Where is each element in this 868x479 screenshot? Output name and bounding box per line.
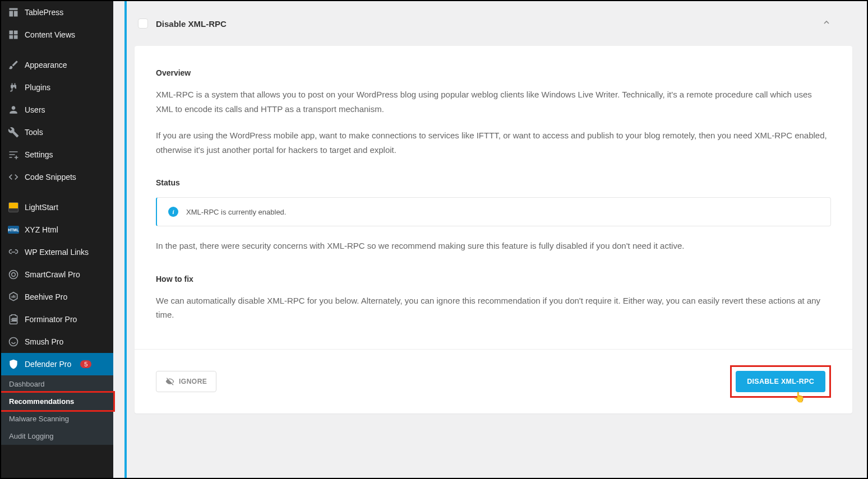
submenu-dashboard[interactable]: Dashboard xyxy=(1,375,113,393)
sidebar-item-settings[interactable]: Settings xyxy=(1,143,113,166)
sidebar-label: Beehive Pro xyxy=(25,292,67,301)
sidebar-label: SmartCrawl Pro xyxy=(25,270,80,279)
status-notice: i XML-RPC is currently enabled. xyxy=(156,197,831,226)
sidebar-label: Tools xyxy=(25,128,43,137)
submenu-recommendations[interactable]: Recommendations xyxy=(1,393,113,410)
overview-text-1: XML-RPC is a system that allows you to p… xyxy=(156,87,831,116)
sidebar-item-contentviews[interactable]: Content Views xyxy=(1,24,113,46)
info-icon: i xyxy=(168,207,178,217)
admin-sidebar: TablePress Content Views Appearance Plug… xyxy=(1,1,113,478)
sidebar-label: Code Snippets xyxy=(25,173,76,182)
recommendation-title: Disable XML-RPC xyxy=(156,19,814,29)
sidebar-label: Settings xyxy=(25,150,53,159)
submenu-malware[interactable]: Malware Scanning xyxy=(1,410,113,427)
sidebar-label: Smush Pro xyxy=(25,337,63,346)
sidebar-label: WP External Links xyxy=(25,248,89,257)
eye-off-icon xyxy=(165,377,174,386)
sidebar-item-lightstart[interactable]: LightStart xyxy=(1,196,113,218)
checkbox[interactable] xyxy=(138,18,148,29)
main-content: Disable XML-RPC Overview XML-RPC is a sy… xyxy=(113,1,867,478)
submenu-audit[interactable]: Audit Logging xyxy=(1,427,113,445)
status-heading: Status xyxy=(156,178,831,187)
disable-xmlrpc-button[interactable]: DISABLE XML-RPC xyxy=(736,371,825,392)
target-icon xyxy=(8,269,19,280)
lightstart-icon xyxy=(8,202,19,213)
sliders-icon xyxy=(8,149,19,160)
status-section: Status i XML-RPC is currently enabled. I… xyxy=(156,178,831,253)
svg-point-1 xyxy=(12,273,16,277)
brush-icon xyxy=(8,59,19,71)
howtofix-text: We can automatically disable XML-RPC for… xyxy=(156,294,831,322)
sidebar-label: XYZ Html xyxy=(25,225,58,234)
sidebar-item-tools[interactable]: Tools xyxy=(1,121,113,143)
notification-badge: 5 xyxy=(80,360,91,368)
beehive-icon xyxy=(8,291,19,303)
sidebar-item-smartcrawl[interactable]: SmartCrawl Pro xyxy=(1,263,113,286)
sidebar-item-wpexternallinks[interactable]: WP External Links xyxy=(1,241,113,263)
sidebar-label: Users xyxy=(25,105,45,114)
clipboard-icon xyxy=(8,314,19,325)
table-icon xyxy=(8,7,19,18)
sidebar-label: Defender Pro xyxy=(25,360,71,369)
sidebar-label: Forminator Pro xyxy=(25,315,77,324)
overview-text-2: If you are using the WordPress mobile ap… xyxy=(156,128,831,157)
sidebar-label: LightStart xyxy=(25,203,58,212)
shield-icon xyxy=(8,359,19,370)
panel-footer: IGNORE DISABLE XML-RPC 👆 xyxy=(135,349,852,413)
sidebar-item-plugins[interactable]: Plugins xyxy=(1,76,113,99)
user-icon xyxy=(8,104,19,115)
link-icon xyxy=(8,247,19,258)
recommendation-header[interactable]: Disable XML-RPC xyxy=(127,1,852,46)
sidebar-item-smush[interactable]: Smush Pro xyxy=(1,331,113,353)
status-notice-text: XML-RPC is currently enabled. xyxy=(186,208,286,216)
svg-point-0 xyxy=(10,271,18,279)
sidebar-label: Appearance xyxy=(25,61,67,69)
html-icon: HTML xyxy=(8,224,19,235)
status-note: In the past, there were security concern… xyxy=(156,239,831,253)
howtofix-heading: How to fix xyxy=(156,275,831,283)
sidebar-item-forminator[interactable]: Forminator Pro xyxy=(1,308,113,331)
plug-icon xyxy=(8,82,19,93)
sidebar-item-users[interactable]: Users xyxy=(1,99,113,121)
ignore-button[interactable]: IGNORE xyxy=(156,371,216,392)
cursor-pointer-icon: 👆 xyxy=(793,391,805,403)
ignore-label: IGNORE xyxy=(179,378,207,385)
wrench-icon xyxy=(8,127,19,138)
sidebar-item-codesnippets[interactable]: Code Snippets xyxy=(1,166,113,188)
sidebar-item-tablepress[interactable]: TablePress xyxy=(1,1,113,24)
sidebar-label: Content Views xyxy=(25,30,75,39)
overview-section: Overview XML-RPC is a system that allows… xyxy=(156,68,831,157)
svg-point-2 xyxy=(10,338,18,346)
overview-heading: Overview xyxy=(156,68,831,77)
howtofix-section: How to fix We can automatically disable … xyxy=(156,275,831,322)
sidebar-label: Plugins xyxy=(25,83,50,92)
sidebar-item-xyzhtml[interactable]: HTML XYZ Html xyxy=(1,218,113,241)
sidebar-label: TablePress xyxy=(25,8,63,17)
recommendation-panel: Overview XML-RPC is a system that allows… xyxy=(135,46,852,413)
sidebar-item-beehive[interactable]: Beehive Pro xyxy=(1,286,113,308)
sidebar-item-defender[interactable]: Defender Pro 5 xyxy=(1,353,113,375)
sidebar-item-appearance[interactable]: Appearance xyxy=(1,54,113,76)
grid-icon xyxy=(8,29,19,40)
chevron-up-icon[interactable] xyxy=(822,18,831,29)
defender-submenu: Dashboard Recommendations Malware Scanni… xyxy=(1,375,113,445)
smush-icon xyxy=(8,336,19,347)
primary-action-highlight: DISABLE XML-RPC 👆 xyxy=(730,365,831,398)
code-icon xyxy=(8,171,19,183)
